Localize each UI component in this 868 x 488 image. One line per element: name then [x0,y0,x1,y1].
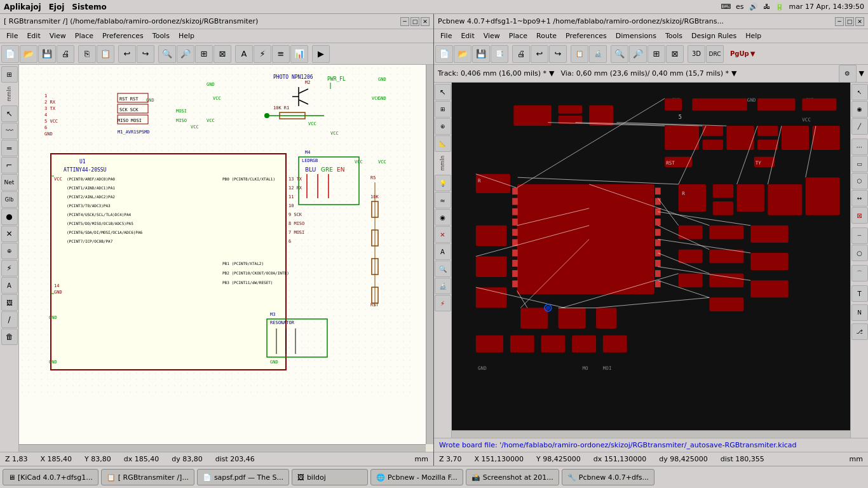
pcb-inspector-tool[interactable]: 🔬 [435,278,451,294]
pcb-zoom-in-button[interactable]: 🔍 [611,45,628,63]
redo-button[interactable]: ↪ [137,45,154,63]
new-schematic-button[interactable]: 📄 [1,45,19,63]
pcb-select-tool[interactable]: ↖ [435,84,451,100]
image-tool[interactable]: 🖼 [1,294,18,311]
router-dropdown[interactable]: ▼ [859,69,864,78]
undo-button[interactable]: ↩ [118,45,136,63]
taskbar-item-sapsf[interactable]: 📄 sapsf.pdf — The S... [197,469,289,485]
pcb-measure-tool[interactable]: 📐 [435,135,451,152]
schematic-menu-tools[interactable]: Tools [149,30,173,41]
pcb-connect-tool[interactable]: ⎇ [851,323,868,340]
pcb-hscrollbar[interactable] [452,430,850,438]
paste-button[interactable]: 📋 [97,45,114,63]
via-dropdown[interactable]: ▼ [731,69,736,78]
pcb-menu-design-rules[interactable]: Design Rules [688,30,740,41]
pcb-canvas[interactable]: GND GND GND VCC [452,83,850,430]
pcb-3d-button[interactable]: 3D [688,45,705,63]
pcb-save-local-button[interactable]: 📑 [491,45,508,63]
pcb-ratsnest-tool[interactable]: ⚡ [435,295,451,311]
schematic-menu-view[interactable]: View [46,30,70,41]
net-label-tool[interactable]: Net [1,174,18,191]
erc-button[interactable]: ⚡ [254,45,271,63]
pcb-arc-tool[interactable]: ⌒ [851,265,868,281]
pcb-menu-edit[interactable]: Edit [457,30,478,41]
pcb-maximize-button[interactable]: □ [845,17,854,26]
schematic-menu-help[interactable]: Help [175,30,198,41]
taskbar-item-screenshot[interactable]: 📸 Screenshot at 201... [466,469,559,485]
pcb-print-button[interactable]: 🖨 [512,45,530,63]
pcb-add-graphic[interactable]: ▭ [851,156,868,172]
taskbar-item-rgbtransmiter[interactable]: 📋 [ RGBtransmiter /]... [101,469,194,485]
pcb-close-button[interactable]: ✕ [855,17,864,26]
schematic-hscrollbar[interactable] [19,444,426,452]
pcb-menu-route[interactable]: Route [532,30,560,41]
system-menu[interactable]: Sistemo [72,3,107,11]
pcb-pad-tool[interactable]: ◉ [435,209,451,226]
bus-tool[interactable]: = [1,140,18,156]
schematic-canvas[interactable]: PWR_FL PHOTO NPN1206 M2 GND GND GN [19,65,426,444]
schematic-close-button[interactable]: ✕ [421,17,430,26]
schematic-vscrollbar[interactable] [426,65,433,444]
copy-button[interactable]: ⎘ [78,45,96,63]
pcb-local-ratsnest[interactable]: ≈ [435,192,451,208]
pcb-circle-tool[interactable]: ○ [851,245,868,261]
global-label-tool[interactable]: Glb [1,191,18,208]
bom-button[interactable]: 📊 [290,45,308,63]
junction-tool[interactable]: ● [1,208,18,225]
pcb-new-button[interactable]: 📄 [435,45,453,63]
pcb-minimize-button[interactable]: ─ [835,17,844,26]
pcb-add-text[interactable]: ⋯ [851,139,868,155]
pcb-menu-preferences[interactable]: Preferences [562,30,611,41]
pcb-dashed-line[interactable]: ┄ [851,227,868,244]
pcb-menu-view[interactable]: View [480,30,504,41]
schematic-menu-file[interactable]: File [3,30,22,41]
pcb-add-via[interactable]: ◉ [851,101,868,118]
pcb-netlist-button[interactable]: 📋 [571,45,588,63]
pcb-menu-place[interactable]: Place [505,30,531,41]
schematic-menu-edit[interactable]: Edit [23,30,44,41]
add-power-tool[interactable]: ⚡ [1,260,18,276]
pcb-menu-help[interactable]: Help [742,30,765,41]
annotate-button[interactable]: A [235,45,253,63]
places-menu[interactable]: Ejoj [49,3,65,11]
pcb-delete-tool[interactable]: ✕ [435,226,451,243]
taskbar-item-pcbnew-mozilla[interactable]: 🌐 Pcbnew - Mozilla F... [370,469,463,485]
pcb-grid-tool[interactable]: ⊞ [435,101,451,118]
zoom-in-button[interactable]: 🔍 [158,45,176,63]
taskbar-item-pcbnew[interactable]: 🔧 Pcbnew 4.0.7+dfs... [562,469,654,485]
select-tool[interactable]: ↖ [1,105,18,122]
schematic-menu-place[interactable]: Place [71,30,97,41]
pcb-save-button[interactable]: 💾 [472,45,490,63]
pcb-netinspector-button[interactable]: N [851,304,868,321]
delete-tool[interactable]: 🗑 [1,329,18,345]
zoom-area-button[interactable]: ⊠ [214,45,231,63]
pcb-open-button[interactable]: 📂 [454,45,471,63]
track-dropdown[interactable]: ▼ [549,69,554,78]
pcb-add-zone[interactable]: ⊠ [851,207,868,224]
pgup-dropdown[interactable]: ▼ [750,50,756,57]
grid-toggle[interactable]: ⊞ [1,66,18,83]
pcb-zoom-fit-button[interactable]: ⊞ [648,45,665,63]
pcb-origin-tool[interactable]: ⊕ [435,118,451,135]
pcb-inspect-button[interactable]: 🔬 [589,45,607,63]
schematic-minimize-button[interactable]: ─ [400,17,409,26]
pcb-text-tool-right[interactable]: T [851,285,868,302]
noconn-tool[interactable]: ✕ [1,226,18,242]
zoom-fit-button[interactable]: ⊞ [195,45,213,63]
schematic-menu-preferences[interactable]: Preferences [98,30,147,41]
pcb-menu-tools[interactable]: Tools [661,30,686,41]
pcb-menu-dimensions[interactable]: Dimensions [612,30,660,41]
pcb-text-tool[interactable]: A [435,243,451,260]
zoom-out-button[interactable]: 🔎 [177,45,194,63]
print-button[interactable]: 🖨 [57,45,74,63]
open-schematic-button[interactable]: 📂 [20,45,37,63]
apps-menu[interactable]: Aplikajoj [4,3,41,11]
schematic-maximize-button[interactable]: □ [410,17,419,26]
save-schematic-button[interactable]: 💾 [38,45,56,63]
run-script-button[interactable]: ▶ [312,45,330,63]
line-tool[interactable]: / [1,311,18,328]
bus-entry-tool[interactable]: ⌐ [1,157,18,173]
pcb-undo-button[interactable]: ↩ [531,45,548,63]
pcb-zoom-area-button[interactable]: ⊠ [666,45,684,63]
wire-tool[interactable]: 〰 [1,123,18,139]
